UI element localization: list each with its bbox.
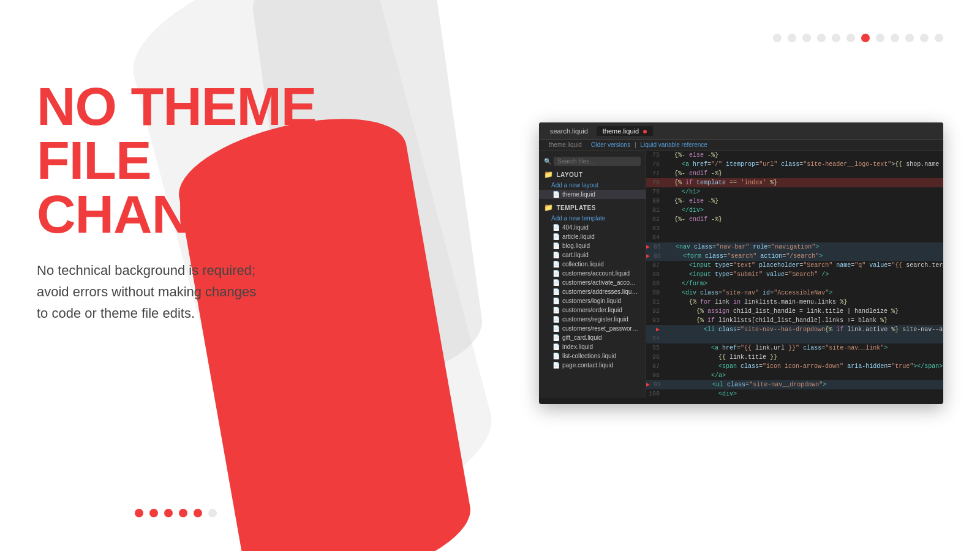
dot-1 xyxy=(773,34,782,42)
code-line-99: ▶ 99 <ul class="site-nav__dropdown"> xyxy=(646,380,943,389)
code-line-86: ▶ 86 <form class="search" action="/searc… xyxy=(646,252,943,261)
dot-bl-5 xyxy=(194,509,202,517)
file-gift-card[interactable]: 📄gift_card.liquid xyxy=(539,333,646,342)
file-article[interactable]: 📄article.liquid xyxy=(539,232,646,241)
code-line-81: 81 </div> xyxy=(646,206,943,215)
code-line-94: ▶ 94 <li class="site-nav--has-dropdown{%… xyxy=(646,325,943,343)
dot-8 xyxy=(876,34,884,42)
dot-9 xyxy=(891,34,899,42)
dot-10 xyxy=(905,34,914,42)
file-tree: 🔍 📁 Layout Add a new layout 📄 theme.liqu… xyxy=(539,151,646,398)
file-customers-login[interactable]: 📄customers/login.liquid xyxy=(539,296,646,305)
file-customers-activate[interactable]: 📄customers/activate_acco… xyxy=(539,278,646,287)
code-line-89: 89 </form> xyxy=(646,279,943,288)
dot-bl-1 xyxy=(135,509,143,517)
file-customers-addresses[interactable]: 📄customers/addresses.liqu… xyxy=(539,287,646,296)
code-line-83: 83 xyxy=(646,224,943,233)
code-line-90: 90 <div class="site-nav" id="AccessibleN… xyxy=(646,288,943,298)
dot-7-red xyxy=(861,34,870,42)
dot-bl-4 xyxy=(179,509,187,517)
code-line-85: ▶ 85 <nav class="nav-bar" role="navigati… xyxy=(646,242,943,252)
dot-11 xyxy=(920,34,929,42)
add-new-layout[interactable]: Add a new layout xyxy=(539,181,646,190)
folder-icon: 📁 xyxy=(544,170,554,179)
file-index[interactable]: 📄index.liquid xyxy=(539,342,646,351)
editor-tabs: search.liquid theme.liquid xyxy=(539,122,943,140)
code-line-80: 80 {%- else -%} xyxy=(646,197,943,206)
code-line-97: 97 <span class="icon icon-arrow-down" ar… xyxy=(646,362,943,371)
decorative-dots-top-right xyxy=(773,34,943,42)
file-customers-account[interactable]: 📄customers/account.liquid xyxy=(539,269,646,278)
code-line-93: 93 {% if linklists[child_list_handle].li… xyxy=(646,316,943,325)
dot-12 xyxy=(935,34,943,42)
tab-search-liquid[interactable]: search.liquid xyxy=(544,126,594,136)
dot-3 xyxy=(802,34,811,42)
code-line-98: 98 </a> xyxy=(646,371,943,380)
dot-2 xyxy=(788,34,796,42)
file-theme-liquid[interactable]: 📄 theme.liquid xyxy=(539,190,646,199)
code-line-88: 88 <input type="submit" value="Search" /… xyxy=(646,270,943,279)
dot-6 xyxy=(846,34,855,42)
modified-indicator xyxy=(643,130,647,133)
code-line-75: 75 {%- else -%} xyxy=(646,151,943,160)
search-input[interactable] xyxy=(554,157,641,166)
dot-bl-6 xyxy=(208,509,217,517)
code-line-76: 76 <a href="/" itemprop="url" class="sit… xyxy=(646,160,943,169)
code-line-95: 95 <a href="{{ link.url }}" class="site-… xyxy=(646,343,943,353)
file-cart[interactable]: 📄cart.liquid xyxy=(539,250,646,260)
breadcrumb-filename: theme.liquid xyxy=(549,141,582,148)
code-line-92: 92 {% assign child_list_handle = link.ti… xyxy=(646,307,943,316)
code-line-96: 96 {{ link.title }} xyxy=(646,353,943,362)
file-customers-reset[interactable]: 📄customers/reset_passwor… xyxy=(539,324,646,333)
folder-icon-templates: 📁 xyxy=(544,203,554,212)
tab-theme-liquid[interactable]: theme.liquid xyxy=(597,126,653,136)
dot-4 xyxy=(817,34,826,42)
file-blog[interactable]: 📄blog.liquid xyxy=(539,241,646,250)
dot-5 xyxy=(832,34,840,42)
search-icon: 🔍 xyxy=(544,158,551,165)
editor-body: 🔍 📁 Layout Add a new layout 📄 theme.liqu… xyxy=(539,151,943,398)
dot-bl-3 xyxy=(164,509,173,517)
file-customers-order[interactable]: 📄customers/order.liquid xyxy=(539,305,646,315)
decorative-dots-bottom-left xyxy=(135,509,217,517)
left-content: NO THEME FILE CHANGES No technical backg… xyxy=(37,80,392,324)
file-404[interactable]: 📄404.liquid xyxy=(539,223,646,232)
code-area[interactable]: 75 {%- else -%} 76 <a href="/" itemprop=… xyxy=(646,151,943,398)
sub-text: No technical background is required; avo… xyxy=(37,260,392,324)
templates-section: 📁 Templates Add a new template 📄404.liqu… xyxy=(539,201,646,370)
file-collection[interactable]: 📄collection.liquid xyxy=(539,260,646,269)
code-line-100: 100 <div> xyxy=(646,389,943,398)
code-line-82: 82 {%- endif -%} xyxy=(646,215,943,224)
add-new-template[interactable]: Add a new template xyxy=(539,214,646,223)
code-line-91: 91 {% for link in linklists.main-menu.li… xyxy=(646,298,943,307)
breadcrumb-liquid-reference[interactable]: Liquid variable reference xyxy=(640,141,707,148)
editor-breadcrumb: theme.liquid Older versions | Liquid var… xyxy=(539,140,943,151)
file-list-collections[interactable]: 📄list-collections.liquid xyxy=(539,351,646,361)
layout-header[interactable]: 📁 Layout xyxy=(539,168,646,181)
file-customers-register[interactable]: 📄customers/register.liquid xyxy=(539,315,646,324)
code-editor-panel: search.liquid theme.liquid theme.liquid … xyxy=(539,122,943,404)
file-page-contact[interactable]: 📄page.contact.liquid xyxy=(539,361,646,370)
code-line-87: 87 <input type="text" placeholder="Searc… xyxy=(646,261,943,270)
search-box[interactable]: 🔍 xyxy=(539,154,646,168)
code-line-84: 84 xyxy=(646,233,943,242)
dot-bl-2 xyxy=(149,509,158,517)
code-line-77: 77 {%- endif -%} xyxy=(646,169,943,178)
templates-header[interactable]: 📁 Templates xyxy=(539,201,646,214)
main-heading: NO THEME FILE CHANGES xyxy=(37,80,392,241)
breadcrumb-older-versions[interactable]: Older versions xyxy=(591,141,630,148)
code-line-78: 78 {% if template == 'index' %} xyxy=(646,178,943,187)
layout-section: 📁 Layout Add a new layout 📄 theme.liquid xyxy=(539,168,646,199)
file-icon: 📄 xyxy=(552,191,560,198)
code-line-79: 79 </h1> xyxy=(646,187,943,197)
